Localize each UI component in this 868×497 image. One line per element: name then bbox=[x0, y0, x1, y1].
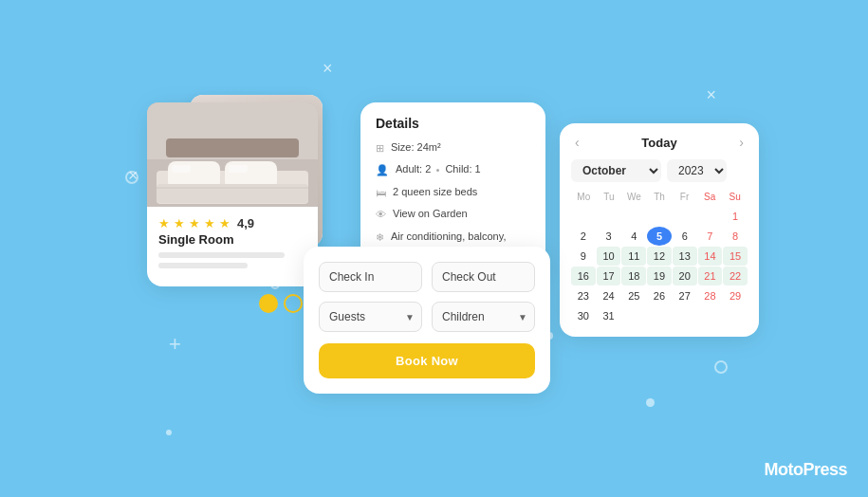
booking-dates: Check In Check Out bbox=[319, 262, 535, 292]
bed-icon: 🛏 bbox=[376, 186, 386, 200]
cal-day-1[interactable]: 1 bbox=[723, 207, 748, 226]
cal-day-9[interactable]: 9 bbox=[571, 247, 596, 266]
details-title: Details bbox=[376, 116, 530, 131]
calendar-next-button[interactable]: › bbox=[735, 133, 748, 152]
detail-view: 👁 View on Garden bbox=[376, 207, 530, 222]
cal-day-14[interactable]: 14 bbox=[698, 247, 723, 266]
cal-day-10[interactable]: 10 bbox=[597, 247, 621, 266]
cal-day-13[interactable]: 13 bbox=[673, 247, 697, 266]
dow-sa: Sa bbox=[697, 190, 723, 204]
children-select-wrap: Children 0 1 2 ▼ bbox=[432, 302, 535, 332]
detail-size: ⊞ Size: 24m² bbox=[376, 140, 530, 156]
cal-day-2[interactable]: 2 bbox=[571, 227, 596, 246]
star-4: ★ bbox=[204, 216, 215, 230]
cal-day-25[interactable]: 25 bbox=[621, 286, 646, 305]
cal-day-22[interactable]: 22 bbox=[723, 267, 748, 285]
hotel-line-1 bbox=[158, 252, 285, 258]
guests-select[interactable]: Guests 1 Guest 2 Guests 3 Guests bbox=[319, 302, 422, 332]
dow-we: We bbox=[621, 190, 647, 204]
star-1: ★ bbox=[158, 216, 170, 230]
dow-tu: Tu bbox=[597, 190, 622, 204]
deco-circle-2 bbox=[714, 360, 728, 374]
detail-beds-text: 2 queen size beds bbox=[393, 185, 477, 199]
dow-th: Th bbox=[647, 190, 673, 204]
cal-day-18[interactable]: 18 bbox=[621, 267, 646, 285]
book-now-button[interactable]: Book Now bbox=[319, 343, 535, 378]
check-out-field[interactable]: Check Out bbox=[432, 262, 535, 292]
star-3: ★ bbox=[189, 216, 200, 230]
dow-fr: Fr bbox=[672, 190, 697, 204]
cal-day-24[interactable]: 24 bbox=[597, 286, 621, 305]
svg-rect-12 bbox=[229, 165, 248, 173]
dow-su: Su bbox=[722, 190, 748, 204]
booking-widget: Check In Check Out Guests 1 Guest 2 Gues… bbox=[304, 247, 550, 394]
cal-day-19[interactable]: 19 bbox=[647, 267, 672, 285]
deco-plus-1: + bbox=[169, 332, 181, 357]
snowflake-icon: ❄ bbox=[376, 230, 384, 245]
svg-rect-11 bbox=[172, 165, 191, 173]
star-5: ★ bbox=[219, 216, 231, 230]
cal-day-20[interactable]: 20 bbox=[673, 267, 697, 285]
eye-icon: 👁 bbox=[376, 208, 386, 222]
star-2: ★ bbox=[174, 216, 185, 230]
scene: × × × + + ✉ bbox=[0, 0, 868, 497]
cal-day-3[interactable]: 3 bbox=[597, 227, 621, 246]
deco-dot-5 bbox=[166, 430, 172, 435]
cal-day-27[interactable]: 27 bbox=[673, 286, 697, 305]
cal-day-29[interactable]: 29 bbox=[723, 286, 748, 305]
detail-beds: 🛏 2 queen size beds bbox=[376, 185, 530, 200]
cal-day-26[interactable]: 26 bbox=[647, 286, 672, 305]
rating-row: ★ ★ ★ ★ ★ 4,9 bbox=[147, 207, 318, 232]
deco-dot-4 bbox=[646, 398, 655, 407]
dow-mo: Mo bbox=[571, 190, 597, 204]
check-in-field[interactable]: Check In bbox=[319, 262, 422, 292]
calendar-days: 1234567891011121314151617181920212223242… bbox=[571, 207, 748, 325]
cal-day-12[interactable]: 12 bbox=[647, 247, 672, 266]
calendar-card: ‹ Today › October November December 2023… bbox=[560, 123, 759, 337]
cal-day-28[interactable]: 28 bbox=[698, 286, 723, 305]
hotel-room-name: Single Room bbox=[147, 232, 318, 252]
svg-rect-7 bbox=[166, 138, 299, 157]
calendar-month-select[interactable]: October November December bbox=[571, 159, 661, 182]
grid-icon: ⊞ bbox=[376, 141, 384, 156]
cal-day-16[interactable]: 16 bbox=[571, 267, 596, 285]
radio-dot-1[interactable] bbox=[259, 294, 278, 313]
cal-day-5[interactable]: 5 bbox=[647, 227, 672, 246]
cal-day-15[interactable]: 15 bbox=[723, 247, 748, 266]
brand-logo: MotoPress bbox=[764, 460, 847, 480]
brand-text: MotoPress bbox=[764, 460, 847, 479]
detail-adult-text: Adult: 2 Child: 1 bbox=[396, 162, 481, 176]
cal-day-4[interactable]: 4 bbox=[621, 227, 646, 246]
cal-day-11[interactable]: 11 bbox=[621, 247, 646, 266]
calendar-grid: Mo Tu We Th Fr Sa Su 1234567891011121314… bbox=[571, 190, 748, 325]
calendar-prev-button[interactable]: ‹ bbox=[571, 133, 583, 152]
calendar-header: ‹ Today › bbox=[571, 133, 748, 152]
cal-day-23[interactable]: 23 bbox=[571, 286, 596, 305]
cal-day-6[interactable]: 6 bbox=[673, 227, 697, 246]
children-select[interactable]: Children 0 1 2 bbox=[432, 302, 535, 332]
cal-day-7[interactable]: 7 bbox=[698, 227, 723, 246]
calendar-title: Today bbox=[641, 136, 676, 150]
deco-x-2: × bbox=[706, 85, 716, 105]
detail-adult: 👤 Adult: 2 Child: 1 bbox=[376, 162, 530, 177]
booking-selects: Guests 1 Guest 2 Guests 3 Guests ▼ Child… bbox=[319, 302, 535, 332]
rating-value: 4,9 bbox=[237, 216, 254, 230]
calendar-year-select[interactable]: 2023 2024 bbox=[667, 159, 727, 182]
calendar-month-row: October November December 2023 2024 bbox=[571, 159, 748, 182]
cal-day-17[interactable]: 17 bbox=[597, 267, 621, 285]
cal-day-31[interactable]: 31 bbox=[597, 306, 621, 325]
calendar-dow-row: Mo Tu We Th Fr Sa Su bbox=[571, 190, 748, 204]
radio-dot-2[interactable] bbox=[284, 294, 303, 313]
hotel-lines bbox=[147, 252, 318, 268]
hotel-card-image bbox=[147, 102, 318, 207]
person-icon: 👤 bbox=[376, 163, 389, 177]
deco-circle-1 bbox=[125, 171, 139, 184]
cal-day-30[interactable]: 30 bbox=[571, 306, 596, 325]
hotel-card: ★ ★ ★ ★ ★ 4,9 Single Room bbox=[147, 102, 318, 286]
guests-select-wrap: Guests 1 Guest 2 Guests 3 Guests ▼ bbox=[319, 302, 422, 332]
hotel-line-2 bbox=[158, 263, 248, 268]
cal-day-8[interactable]: 8 bbox=[723, 227, 748, 246]
cal-day-21[interactable]: 21 bbox=[698, 267, 723, 285]
detail-view-text: View on Garden bbox=[393, 207, 468, 221]
detail-size-text: Size: 24m² bbox=[391, 140, 441, 155]
